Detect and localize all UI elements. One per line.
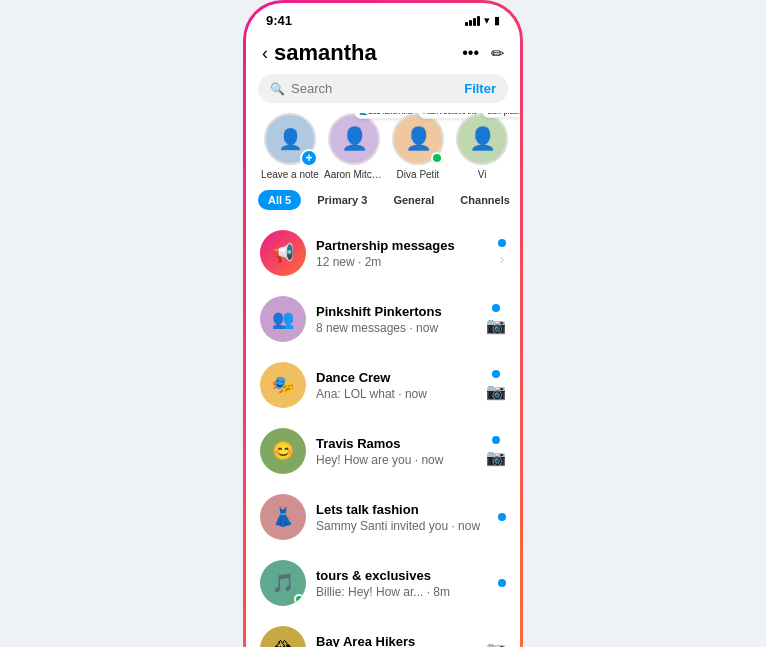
tabs-row: All 5Primary 3GeneralChannelsReque... [246,190,520,210]
message-name: Partnership messages [316,238,488,253]
story-avatar-wrap: 👤 + [264,113,316,165]
avatar-icon: 👥 [272,308,294,330]
message-preview: Hey! How are you · now [316,453,476,467]
message-name: Dance Crew [316,370,476,385]
message-name: tours & exclusives [316,568,488,583]
message-meta: 📷 [486,304,506,335]
story-avatar: 👤 [456,113,508,165]
unread-dot [498,239,506,247]
message-item-pinkshift[interactable]: 👥 Pinkshift Pinkertons 8 new messages · … [246,286,520,352]
add-story-button[interactable]: + [300,149,318,167]
unread-dot [492,436,500,444]
message-preview: 12 new · 2m [316,255,488,269]
story-item-aaron-mitchell[interactable]: 🌊Sea ranch this weekend?🐕Yes?? 👤 Aaron M… [322,113,386,180]
message-meta [498,579,506,587]
status-icons: ▾ ▮ [465,14,500,27]
more-options-button[interactable]: ••• [462,44,479,62]
phone-frame: 9:41 ▾ ▮ ‹ samantha ••• ✏ 🔍 Filter [243,0,523,647]
message-content: Bay Area Hikers Linlin: I'm here! · now [316,634,476,648]
wifi-icon: ▾ [484,14,490,27]
tab-channels[interactable]: Channels [450,190,520,210]
message-avatar: 😊 [260,428,306,474]
status-time: 9:41 [266,13,292,28]
camera-icon: 📷 [486,640,506,648]
unread-dot [498,513,506,521]
online-indicator [294,594,304,604]
message-avatar: 👥 [260,296,306,342]
avatar-icon: 🏔 [274,639,292,648]
message-content: Travis Ramos Hey! How are you · now [316,436,476,467]
message-name: Pinkshift Pinkertons [316,304,476,319]
avatar-icon: 👗 [272,506,294,528]
online-indicator [431,152,443,164]
avatar-icon: 😊 [272,440,294,462]
message-preview: Sammy Santi invited you · now [316,519,488,533]
message-avatar: 🎭 [260,362,306,408]
message-content: Dance Crew Ana: LOL what · now [316,370,476,401]
header: ‹ samantha ••• ✏ [246,32,520,74]
header-right: ••• ✏ [462,44,504,63]
message-name: Travis Ramos [316,436,476,451]
message-item-partnership[interactable]: 📢 Partnership messages 12 new · 2m › [246,220,520,286]
message-item-travis[interactable]: 😊 Travis Ramos Hey! How are you · now 📷 [246,418,520,484]
story-avatar: 👤 [328,113,380,165]
unread-dot [492,370,500,378]
message-meta: › [498,239,506,267]
edit-button[interactable]: ✏ [491,44,504,63]
message-content: Lets talk fashion Sammy Santi invited yo… [316,502,488,533]
message-avatar: 🎵 [260,560,306,606]
message-name: Bay Area Hikers [316,634,476,648]
camera-icon: 📷 [486,316,506,335]
story-item-diva-petit[interactable]: I can't believe the weather rn 🔥🔥🔥 👤 Div… [386,113,450,180]
story-avatar-wrap: Ca... plea... 👤 [456,113,508,165]
story-label: Aaron Mitchell [324,169,384,180]
search-icon: 🔍 [270,82,285,96]
message-content: Partnership messages 12 new · 2m [316,238,488,269]
chevron-right-icon: › [500,251,505,267]
status-bar: 9:41 ▾ ▮ [246,3,520,32]
page-title: samantha [274,40,377,66]
message-avatar: 🏔 [260,626,306,647]
header-left: ‹ samantha [262,40,377,66]
message-item-lets-talk-fashion[interactable]: 👗 Lets talk fashion Sammy Santi invited … [246,484,520,550]
message-content: tours & exclusives Billie: Hey! How ar..… [316,568,488,599]
message-meta [498,513,506,521]
avatar-icon: 📢 [272,242,294,264]
story-label: Diva Petit [397,169,440,180]
search-bar: 🔍 Filter [258,74,508,103]
messages-list: 📢 Partnership messages 12 new · 2m › 👥 P… [246,220,520,647]
story-note: Ca... plea... [482,113,520,118]
user-icon: 👤 [278,127,303,151]
filter-button[interactable]: Filter [464,81,496,96]
message-preview: 8 new messages · now [316,321,476,335]
message-preview: Billie: Hey! How ar... · 8m [316,585,488,599]
story-item-leave-note[interactable]: 👤 + Leave a note [258,113,322,180]
camera-icon: 📷 [486,382,506,401]
message-avatar: 📢 [260,230,306,276]
stories-row: 👤 + Leave a note 🌊Sea ranch this weekend… [246,113,520,180]
story-item-vi[interactable]: Ca... plea... 👤 Vi [450,113,514,180]
unread-dot [492,304,500,312]
story-label: Vi [478,169,487,180]
unread-dot [498,579,506,587]
avatar-icon: 👤 [469,126,496,152]
message-content: Pinkshift Pinkertons 8 new messages · no… [316,304,476,335]
tab-primary[interactable]: Primary 3 [307,190,377,210]
back-button[interactable]: ‹ [262,43,268,64]
battery-icon: ▮ [494,14,500,27]
tab-all[interactable]: All 5 [258,190,301,210]
avatar-icon: 🎭 [272,374,294,396]
avatar-icon: 👤 [405,126,432,152]
message-name: Lets talk fashion [316,502,488,517]
message-meta: 📷 [486,436,506,467]
message-item-dance-crew[interactable]: 🎭 Dance Crew Ana: LOL what · now 📷 [246,352,520,418]
signal-icon [465,16,480,26]
message-item-tours-exclusives[interactable]: 🎵 tours & exclusives Billie: Hey! How ar… [246,550,520,616]
message-preview: Ana: LOL what · now [316,387,476,401]
message-item-bay-area-hikers[interactable]: 🏔 Bay Area Hikers Linlin: I'm here! · no… [246,616,520,647]
message-avatar: 👗 [260,494,306,540]
story-label: Leave a note [261,169,319,180]
avatar-icon: 👤 [341,126,368,152]
tab-general[interactable]: General [383,190,444,210]
story-avatar-wrap: 🌊Sea ranch this weekend?🐕Yes?? 👤 [328,113,380,165]
